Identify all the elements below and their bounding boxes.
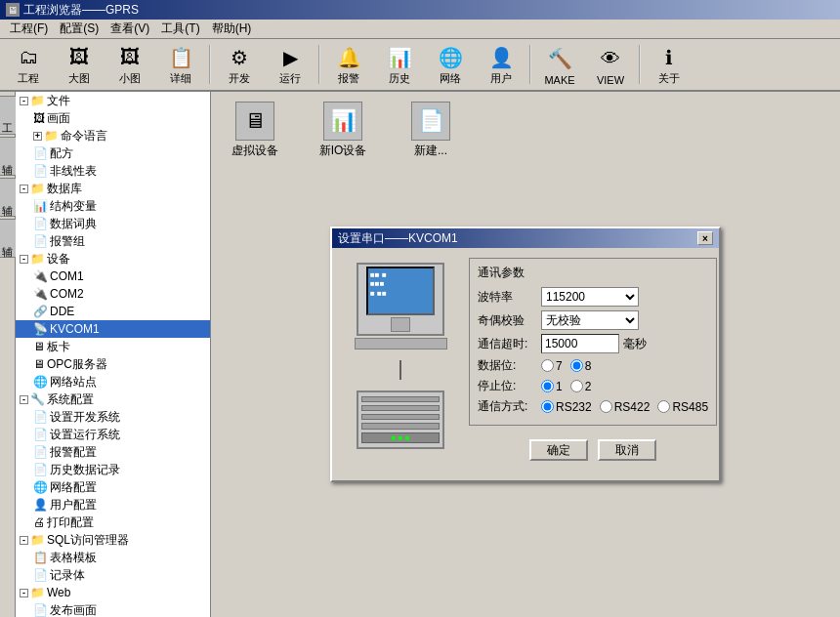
menu-help[interactable]: 帮助(H) [206, 20, 258, 38]
toolbar-make[interactable]: 🔨 MAKE [535, 41, 584, 88]
toolbar: 🗂 工程 🖼 大图 🖼 小图 📋 详细 ⚙ 开发 ▶ 运行 🔔 报警 📊 历史 … [0, 39, 840, 92]
tree-sqlmgr[interactable]: - 📁 SQL访问管理器 [16, 531, 210, 549]
bigview-icon: 🖼 [63, 43, 95, 71]
databits-row: 数据位: 7 8 [478, 357, 708, 374]
tree-com1[interactable]: 🔌 COM1 [16, 267, 210, 285]
stopbits-1-option[interactable]: 1 [541, 380, 563, 393]
dialog-buttons: 确定 取消 [469, 433, 717, 471]
tree-histdata[interactable]: 📄 历史数据记录 [16, 461, 210, 478]
user-icon: 👤 [485, 43, 517, 71]
toolbar-separator-2 [318, 45, 320, 84]
left-panel: 工 辅 辅 辅 [0, 92, 16, 617]
expand-device[interactable]: - [20, 255, 28, 264]
toolbar-bigview[interactable]: 🖼 大图 [55, 41, 104, 88]
toolbar-user[interactable]: 👤 用户 [477, 41, 525, 88]
tree-alarmconfig[interactable]: 📄 报警配置 [16, 443, 210, 461]
pc-monitor: ■■ ■■■■■ ■■ [357, 263, 444, 336]
tree-opcserver[interactable]: 🖥 OPC服务器 [16, 355, 210, 373]
cable-line [399, 360, 401, 380]
menu-project[interactable]: 工程(F) [4, 20, 54, 38]
tree-userconfig[interactable]: 👤 用户配置 [16, 496, 210, 514]
toolbar-smallview[interactable]: 🖼 小图 [105, 41, 154, 88]
expand-sqlmgr[interactable]: - [20, 536, 28, 545]
tree-runconfig[interactable]: 📄 设置运行系统 [16, 426, 210, 443]
rs485-radio[interactable] [657, 400, 670, 413]
tree-tabletemplate[interactable]: 📋 表格模板 [16, 549, 210, 566]
tree-recipe[interactable]: 📄 配方 [16, 144, 210, 162]
detail-icon: 📋 [165, 43, 196, 71]
menu-config[interactable]: 配置(S) [54, 20, 105, 38]
tree-netconfig[interactable]: 🌐 网络配置 [16, 478, 210, 496]
rs232-radio[interactable] [541, 400, 554, 413]
tree-kvcom1[interactable]: 📡 KVCOM1 [16, 320, 210, 338]
tree-com2[interactable]: 🔌 COM2 [16, 285, 210, 303]
tree-netnode[interactable]: 🌐 网络站点 [16, 373, 210, 391]
server-panel: ■ ■ ■ [361, 432, 440, 443]
tree-device[interactable]: - 📁 设备 [16, 250, 210, 267]
stopbits-2-option[interactable]: 2 [570, 380, 592, 393]
tree-panel[interactable]: - 📁 文件 🖼 画面 + 📁 命令语言 📄 配方 📄 非线性表 - 📁 数据库 [16, 92, 211, 617]
rs232-option[interactable]: RS232 [541, 400, 592, 414]
expand-database[interactable]: - [20, 185, 28, 193]
tree-boardcard[interactable]: 🖥 板卡 [16, 338, 210, 355]
tree-sysconfig[interactable]: - 🔧 系统配置 [16, 391, 210, 408]
databits-8-option[interactable]: 8 [570, 359, 592, 373]
confirm-button[interactable]: 确定 [529, 439, 588, 461]
databits-7-radio[interactable] [541, 359, 554, 372]
group-title: 通讯参数 [478, 265, 708, 281]
timeout-label: 通信超时: [478, 336, 541, 352]
timeout-input[interactable] [541, 334, 619, 353]
toolbar-about[interactable]: ℹ 关于 [645, 41, 693, 88]
menu-tools[interactable]: 工具(T) [155, 20, 205, 38]
tree-file[interactable]: - 📁 文件 [16, 92, 210, 109]
history-icon: 📊 [384, 43, 415, 71]
expand-file[interactable]: - [20, 97, 28, 105]
expand-sysconfig[interactable]: - [20, 395, 28, 404]
stopbits-1-radio[interactable] [541, 380, 554, 392]
toolbar-project[interactable]: 🗂 工程 [4, 41, 53, 88]
expand-command[interactable]: + [33, 132, 42, 141]
databits-8-radio[interactable] [570, 359, 583, 372]
tree-database[interactable]: - 📁 数据库 [16, 180, 210, 197]
title-bar: 🖥 工程浏览器——GPRS [0, 0, 840, 20]
rs485-option[interactable]: RS485 [657, 400, 708, 414]
rs422-radio[interactable] [600, 400, 612, 413]
tree-structvar[interactable]: 📊 结构变量 [16, 197, 210, 215]
toolbar-dev[interactable]: ⚙ 开发 [215, 41, 264, 88]
make-icon: 🔨 [544, 43, 575, 74]
alarm-icon: 🔔 [333, 43, 364, 71]
cancel-button[interactable]: 取消 [598, 439, 656, 461]
tree-command[interactable]: + 📁 命令语言 [16, 127, 210, 144]
menu-view[interactable]: 查看(V) [105, 20, 155, 38]
tree-printconfig[interactable]: 🖨 打印配置 [16, 514, 210, 531]
dev-icon: ⚙ [224, 43, 255, 71]
toolbar-run[interactable]: ▶ 运行 [266, 41, 315, 88]
databits-label: 数据位: [478, 357, 541, 374]
toolbar-alarm[interactable]: 🔔 报警 [324, 41, 373, 88]
tree-devconfig[interactable]: 📄 设置开发系统 [16, 408, 210, 426]
baud-select[interactable]: 9600192003840057600115200 [541, 287, 639, 307]
pc-screen: ■■ ■■■■■ ■■ [366, 267, 435, 315]
tree-alarmgroup[interactable]: 📄 报警组 [16, 232, 210, 250]
tree-recordbody[interactable]: 📄 记录体 [16, 566, 210, 584]
toolbar-view[interactable]: 👁 VIEW [586, 41, 635, 88]
content-panel: 🖥 虚拟设备 📊 新IO设备 📄 新建... 设置串口——KVCOM1 × [211, 92, 840, 617]
tree-nonlinear[interactable]: 📄 非线性表 [16, 162, 210, 180]
tree-screen[interactable]: 🖼 画面 [16, 109, 210, 127]
expand-web[interactable]: - [20, 589, 28, 597]
tree-web[interactable]: - 📁 Web [16, 584, 210, 601]
parity-select[interactable]: 无校验奇校验偶校验 [541, 310, 639, 330]
tree-pubscreen[interactable]: 📄 发布画面 [16, 601, 210, 617]
toolbar-history[interactable]: 📊 历史 [375, 41, 424, 88]
toolbar-network[interactable]: 🌐 网络 [426, 41, 475, 88]
stopbits-label: 停止位: [478, 378, 541, 394]
databits-7-option[interactable]: 7 [541, 359, 563, 373]
stopbits-2-radio[interactable] [570, 380, 583, 392]
dialog-close-button[interactable]: × [697, 231, 713, 245]
tree-dde[interactable]: 🔗 DDE [16, 303, 210, 320]
toolbar-separator-3 [529, 45, 531, 84]
tree-datadict[interactable]: 📄 数据词典 [16, 215, 210, 232]
rs422-option[interactable]: RS422 [600, 400, 651, 414]
toolbar-detail[interactable]: 📋 详细 [156, 41, 205, 88]
app-title: 工程浏览器——GPRS [23, 2, 139, 19]
